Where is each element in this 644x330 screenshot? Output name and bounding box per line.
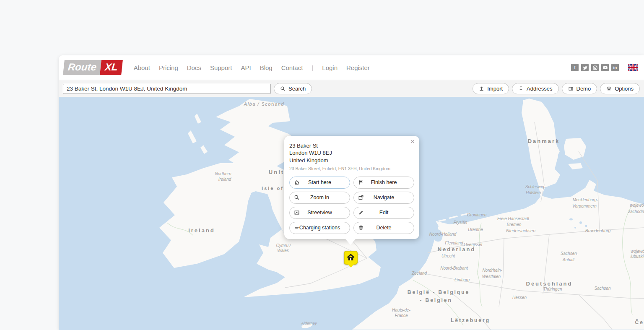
start-here-button[interactable]: Start here — [289, 177, 350, 189]
popup-address-detail: 23 Baker Street, Enfield, EN1 3EH, Unite… — [289, 166, 414, 171]
edit-button[interactable]: Edit — [353, 207, 414, 219]
charging-stations-button[interactable]: Charging stations — [289, 222, 350, 234]
nav-link-pricing[interactable]: Pricing — [159, 64, 178, 71]
uk-flag-icon[interactable] — [628, 64, 638, 71]
search-button-label: Search — [288, 86, 306, 92]
search-icon — [280, 86, 286, 91]
addresses-button[interactable]: Addresses — [512, 83, 558, 94]
import-button-label: Import — [487, 86, 503, 92]
map-marker-home[interactable] — [344, 251, 358, 265]
popup-address-line3: United Kingdom — [289, 157, 414, 164]
nav-separator: | — [312, 64, 313, 71]
navigate-label: Navigate — [374, 195, 394, 200]
demo-button[interactable]: Demo — [562, 83, 597, 94]
zoom-in-icon — [294, 195, 300, 200]
pin-icon — [518, 86, 524, 91]
navigate-icon — [358, 195, 364, 200]
popup-address-line1: 23 Baker St — [289, 142, 414, 149]
options-button[interactable]: Options — [600, 83, 640, 94]
search-input[interactable] — [63, 84, 271, 94]
logo-route-text: Route — [63, 60, 101, 75]
app-window: Route XL About Pricing Docs Support API … — [59, 55, 644, 330]
zoom-in-label: Zoom in — [310, 195, 329, 200]
edit-label: Edit — [379, 210, 389, 216]
close-icon[interactable]: × — [410, 138, 415, 145]
delete-button[interactable]: Delete — [353, 222, 414, 234]
nav-link-docs[interactable]: Docs — [187, 64, 201, 71]
map-canvas[interactable]: Alba / ScotlandNorthernIrelandUnited Kin… — [59, 97, 644, 330]
options-button-label: Options — [615, 86, 634, 92]
import-icon — [479, 86, 484, 91]
header-right: f in — [571, 64, 638, 71]
edit-icon — [358, 210, 364, 216]
import-button[interactable]: Import — [473, 83, 509, 94]
linkedin-icon[interactable]: in — [611, 64, 619, 71]
marker-popup: × 23 Baker St London W1U 8EJ United King… — [284, 136, 419, 239]
streetview-button[interactable]: Streetview — [289, 207, 350, 219]
youtube-icon[interactable] — [601, 64, 609, 71]
streetview-label: Streetview — [307, 210, 332, 216]
home-icon — [294, 179, 300, 185]
finish-here-button[interactable]: Finish here — [353, 177, 414, 189]
delete-icon — [358, 225, 364, 231]
charging-stations-label: Charging stations — [299, 225, 340, 231]
routexl-logo[interactable]: Route XL — [63, 60, 122, 75]
nav-link-contact[interactable]: Contact — [281, 64, 303, 71]
charging-icon — [294, 225, 300, 231]
demo-icon — [568, 86, 574, 91]
start-here-label: Start here — [308, 179, 331, 185]
home-marker-icon — [346, 253, 355, 262]
flag-icon — [358, 179, 364, 185]
toolbar: Search Import Addresses Demo Options — [59, 80, 644, 97]
streetview-icon — [294, 210, 300, 216]
popup-actions: Start here Finish here Zoom in Navigate — [289, 177, 414, 234]
twitter-icon[interactable] — [581, 64, 589, 71]
popup-address-line2: London W1U 8EJ — [289, 149, 414, 156]
delete-label: Delete — [376, 225, 391, 231]
page-background: Route XL About Pricing Docs Support API … — [0, 0, 644, 330]
navigate-button[interactable]: Navigate — [353, 192, 414, 204]
search-button[interactable]: Search — [274, 83, 312, 94]
nav-link-api[interactable]: API — [241, 64, 251, 71]
demo-button-label: Demo — [576, 86, 591, 92]
facebook-icon[interactable]: f — [571, 64, 579, 71]
nav-link-register[interactable]: Register — [346, 64, 370, 71]
nav-link-login[interactable]: Login — [322, 64, 338, 71]
nav-link-blog[interactable]: Blog — [260, 64, 273, 71]
nav-link-support[interactable]: Support — [210, 64, 232, 71]
main-nav: About Pricing Docs Support API Blog Cont… — [134, 64, 370, 71]
zoom-in-button[interactable]: Zoom in — [289, 192, 350, 204]
gear-icon — [606, 86, 612, 91]
addresses-button-label: Addresses — [527, 86, 552, 92]
toolbar-right: Import Addresses Demo Options — [473, 83, 640, 94]
logo-xl-text: XL — [100, 60, 122, 75]
finish-here-label: Finish here — [371, 179, 397, 185]
instagram-icon[interactable] — [591, 64, 599, 71]
header: Route XL About Pricing Docs Support API … — [59, 55, 644, 80]
nav-link-about[interactable]: About — [134, 64, 150, 71]
